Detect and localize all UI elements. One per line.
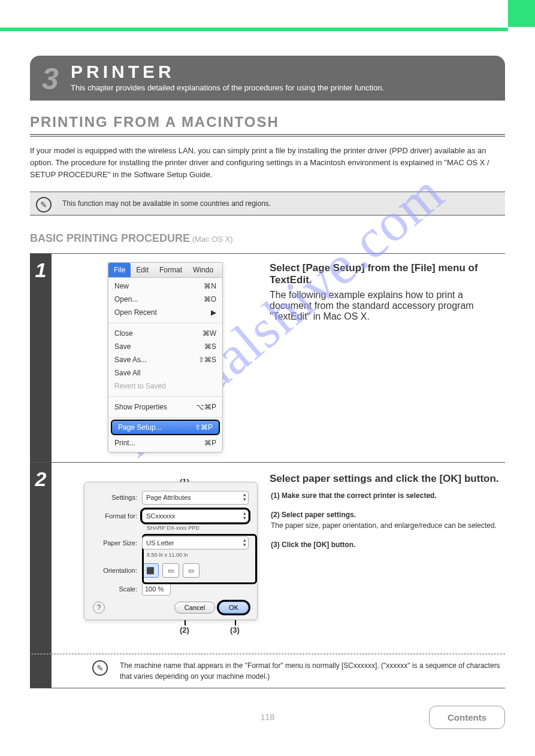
settings-label: Settings: [93,493,142,503]
step1-title: Select [Page Setup] from the [File] menu… [270,262,505,286]
step1-right: Select [Page Setup] from the [File] menu… [270,262,505,322]
menu-new[interactable]: New⌘N [108,280,222,293]
menu-save[interactable]: Save⌘S [108,340,222,353]
note-box: ✎ This function may not be available in … [30,192,505,215]
step2-item-3: (3) Click the [OK] button. [271,539,505,550]
chapter-subtitle: This chapter provides detailed explanati… [71,83,384,92]
topbar [0,0,535,33]
format-select[interactable]: SCxxxxxx ▴▾ [142,509,249,523]
menubar-window[interactable]: Windo [188,263,219,277]
step-number-2: 2 [30,463,52,654]
menu-open[interactable]: Open...⌘O [108,293,222,306]
scale-input[interactable]: 100 % [142,582,171,596]
cancel-button[interactable]: Cancel [174,602,215,614]
pencil-icon: ✎ [92,660,108,676]
paper-label: Paper Size: [93,538,142,548]
menubar[interactable]: File Edit Format Windo [108,263,222,278]
scale-label: Scale: [93,584,142,594]
step-number-2-cont [30,654,52,688]
menu-open-recent[interactable]: Open Recent▶ [108,306,222,319]
paper-subtext: 8.50 in x 11.00 in [93,551,249,560]
step2-item-1: (1) Make sure that the correct printer i… [271,490,505,501]
page-setup-dialog: Settings: Page Attributes ▴▾ Format for:… [84,482,258,620]
step-2: 2 (1) Settings: Page Attributes ▴▾ Fo [30,462,505,654]
step2-note-text: The machine name that appears in the "Fo… [120,661,500,681]
step-2-note: ✎ The machine name that appears in the "… [30,654,505,688]
menubar-edit[interactable]: Edit [131,263,154,277]
subsection-heading: BASIC PRINTING PROCEDURE (Mac OS X) [30,232,505,245]
section-heading: PRINTING FROM A MACINTOSH [30,114,505,130]
contents-button[interactable]: Contents [429,706,505,729]
menubar-format[interactable]: Format [154,263,188,277]
callout-2-label: (2) [180,624,189,636]
orientation-portrait[interactable]: ⬛ [142,563,159,578]
step-number-1: 1 [30,254,52,462]
menu-revert: Revert to Saved [108,379,222,393]
note-text: This function may not be available in so… [62,199,271,208]
chapter-header: 3 PRINTER This chapter provides detailed… [30,56,505,101]
chapter-title: PRINTER [71,62,175,82]
updown-icon: ▴▾ [243,511,246,520]
chapter-number: 3 [42,62,59,96]
format-subtext: SHARP DX-xxxx PPD [93,524,249,533]
green-line [0,28,508,31]
format-label: Format for: [93,511,142,521]
step2-right: Select paper settings and click the [OK]… [270,471,505,558]
menu-show-properties[interactable]: Show Properties⌥⌘P [108,400,222,414]
pencil-icon: ✎ [36,197,52,212]
green-square [508,0,535,27]
menu-print[interactable]: Print...⌘P [108,436,222,452]
section-paragraph: If your model is equipped with the wirel… [30,145,505,181]
orientation-landscape-left[interactable]: ▭ [162,563,179,578]
menu-close[interactable]: Close⌘W [108,327,222,340]
updown-icon: ▴▾ [243,492,246,502]
menu-save-all[interactable]: Save All [108,366,222,379]
step2-item-2: (2) Select paper settings. The paper siz… [271,509,505,531]
orientation-label: Orientation: [93,566,142,576]
menubar-file[interactable]: File [108,263,131,277]
step1-desc: The following example explains how to pr… [270,290,505,322]
settings-select[interactable]: Page Attributes ▴▾ [142,491,249,505]
step2-title: Select paper settings and click the [OK]… [270,471,505,487]
paper-select[interactable]: US Letter ▴▾ [142,536,249,550]
menu-save-as[interactable]: Save As...⇧⌘S [108,353,222,366]
help-button[interactable]: ? [93,602,105,614]
step2-bottom-rule [30,688,505,688]
menu-page-setup[interactable]: Page Setup...⇧⌘P [111,420,220,435]
callout-3-label: (3) [230,624,240,636]
section-rule [30,134,505,136]
orientation-landscape-right[interactable]: ▭ [183,563,200,578]
step-1: 1 File Edit Format Windo New⌘N Open...⌘O… [30,253,505,462]
updown-icon: ▴▾ [243,538,246,547]
mac-file-menu[interactable]: File Edit Format Windo New⌘N Open...⌘O O… [108,262,223,453]
ok-button[interactable]: OK [219,602,249,614]
